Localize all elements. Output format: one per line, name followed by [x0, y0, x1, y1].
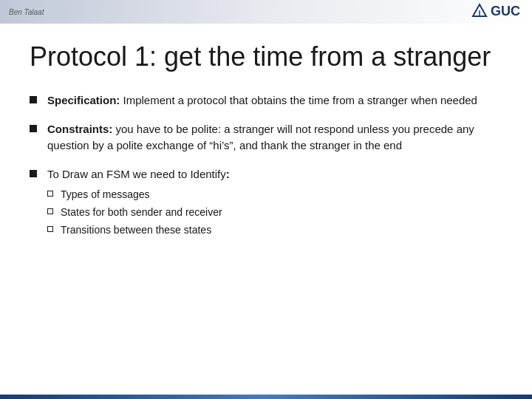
- fsm-text: To Draw an FSM we need to Identify: Type…: [47, 166, 502, 240]
- constraints-label: Constraints:: [47, 123, 112, 135]
- bottom-accent-bar: [0, 395, 532, 399]
- sub-list-item-states: States for both sender and receiver: [47, 205, 502, 221]
- bullet-icon-2: [30, 125, 37, 132]
- list-item-specification: Specification: Implement a protocol that…: [30, 92, 502, 109]
- main-content: Protocol 1: get the time from a stranger…: [0, 24, 532, 266]
- fsm-sub-list: Types of messages States for both sender…: [47, 187, 502, 238]
- specification-label: Specification:: [47, 94, 120, 106]
- specification-text: Specification: Implement a protocol that…: [47, 92, 502, 109]
- header-bar: Ben Talaat GUC: [0, 0, 532, 24]
- main-bullet-list: Specification: Implement a protocol that…: [30, 92, 502, 239]
- sub-list-item-states-text: States for both sender and receiver: [61, 205, 222, 221]
- sub-list-item-transitions-text: Transitions between these states: [61, 222, 211, 239]
- page-title: Protocol 1: get the time from a stranger: [30, 41, 502, 72]
- breadcrumb: Ben Talaat: [9, 8, 44, 16]
- specification-body: Implement a protocol that obtains the ti…: [120, 94, 477, 106]
- sub-list-item-transitions: Transitions between these states: [47, 222, 502, 239]
- logo-container: GUC: [471, 3, 520, 19]
- list-item-constraints: Constraints: you have to be polite: a st…: [30, 121, 502, 154]
- sub-bullet-icon-2: [47, 208, 53, 214]
- constraints-text: Constraints: you have to be polite: a st…: [47, 121, 502, 154]
- sub-list-item-messages: Types of messages: [47, 187, 502, 203]
- fsm-label: To Draw an FSM we need to Identify:: [47, 168, 230, 180]
- bullet-icon-1: [30, 96, 37, 103]
- sub-bullet-icon-1: [47, 191, 53, 197]
- list-item-fsm: To Draw an FSM we need to Identify: Type…: [30, 166, 502, 240]
- guc-logo-icon: [471, 3, 488, 19]
- sub-bullet-icon-3: [47, 226, 53, 232]
- logo-text: GUC: [491, 4, 520, 19]
- bullet-icon-3: [30, 170, 37, 177]
- sub-list-item-messages-text: Types of messages: [61, 187, 150, 203]
